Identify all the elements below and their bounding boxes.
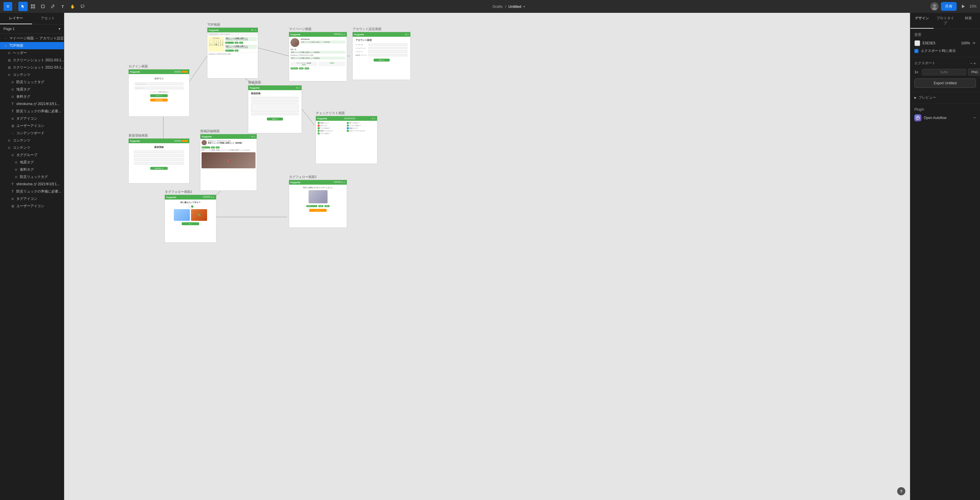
layer-item-text4[interactable]: T 防災リュックの準備に必要... <box>0 188 64 195</box>
page-selector[interactable]: Page 1 ▾ <box>0 24 64 33</box>
group-icon11: ⊟ <box>14 175 18 178</box>
layer-item-text1[interactable]: T shirokuma が 2021年3月1... <box>0 100 64 108</box>
image-icon2: 🖼 <box>7 66 11 69</box>
layer-item-content-board[interactable]: – コンテンツボード <box>0 129 64 137</box>
text-icon: T <box>62 4 64 9</box>
layer-item-user-icon[interactable]: 🖼 ユーザーアイコン <box>0 122 64 129</box>
topbar: ≡ <box>0 0 980 13</box>
frame-label-newreg: 新規登録画面 <box>129 133 148 138</box>
tf2-tag1: 防災リュック <box>306 205 317 207</box>
export-show-checkbox[interactable] <box>915 49 918 53</box>
image-icon: 🖼 <box>7 59 11 62</box>
autoflow-icon <box>916 116 920 120</box>
layer-item-contents[interactable]: ⊟ コンテンツ <box>0 71 64 78</box>
fill-opacity[interactable]: 100% <box>961 41 970 45</box>
tab-inspect[interactable]: 検索 <box>957 13 980 29</box>
layer-item-tag-icon2[interactable]: ⊞ タグアイコン <box>0 195 64 202</box>
tf2-tag2: 地震 <box>318 205 323 207</box>
layer-item-jishin-tag[interactable]: ⊟ 地震タグ <box>0 86 64 93</box>
layer-item-top[interactable]: ⊞ TOP画面 <box>0 42 64 49</box>
layer-item-jishin2[interactable]: ⊟ 地震タグ <box>0 159 64 166</box>
svg-rect-3 <box>33 7 35 8</box>
select-tool[interactable] <box>18 2 28 11</box>
layer-item-header[interactable]: ⊟ ヘッダー <box>0 49 64 57</box>
layer-item-food-tag[interactable]: ⊟ 食料タグ <box>0 93 64 100</box>
tab-design[interactable]: デザイン <box>910 13 934 29</box>
canvas[interactable]: TOP画面 Prepperlife ⊞ ↑ 人 テキストを入力 2021年9月 … <box>64 13 910 500</box>
menu-button[interactable]: ≡ <box>3 2 12 11</box>
eye-icon[interactable]: 👁 <box>972 41 976 45</box>
layer-label: コンテンツ <box>13 138 30 143</box>
layer-item-bousai-tag[interactable]: ⊟ 防災リュックタグ <box>0 78 64 86</box>
document-title[interactable]: Untitled <box>508 4 521 9</box>
help-button[interactable]: ? <box>897 487 905 495</box>
zoom-level[interactable]: 15% <box>969 4 977 8</box>
layer-item-flow[interactable]: → マイページ画面 → アカウント設定... <box>0 35 64 42</box>
export-scale[interactable]: 1x <box>915 70 920 74</box>
preview-section: ▶ プレビュー <box>910 91 980 104</box>
share-button[interactable]: 共有 <box>941 2 957 11</box>
export-format-select[interactable]: PNG JPG SVG PDF <box>968 68 980 76</box>
tag2: 地震 <box>234 42 239 44</box>
menu-icon: ≡ <box>6 4 9 9</box>
brand-checklist: Prepperlife <box>317 118 327 119</box>
export-suffix-input[interactable] <box>922 69 966 75</box>
layer-item-tag-icon[interactable]: ⊞ タグアイコン <box>0 115 64 122</box>
group-icon3: ⊟ <box>11 81 14 84</box>
frame-login[interactable]: ログイン画面 Prepperlife ログイン メールアドレス パスワード <box>128 69 189 117</box>
comment-tool[interactable] <box>78 2 87 11</box>
newreg-btn: 新規登録する <box>154 167 163 169</box>
frame-post-detail[interactable]: 投稿詳細画面 Prepperlife ⊞ 人 shirokuma が 2021年… <box>200 134 257 191</box>
fill-value[interactable]: E5E5E5 <box>923 41 959 45</box>
frame-tag-follow2[interactable]: タグフォロー画面2 Prepperlife ⊞ 人 対応に必要なタグをフォローし… <box>289 180 347 228</box>
frame-account[interactable]: アカウント設定画面 Prepperlife ⊞ 人 アカウント設定 ユーザー名 … <box>352 32 410 80</box>
layer-item-tag-group[interactable]: ⊟ タググループ <box>0 151 64 159</box>
checklist-pct2: 100% <box>319 62 345 64</box>
avatar[interactable] <box>931 2 939 11</box>
brand-tf2: Prepperlife <box>291 182 301 183</box>
frame-post[interactable]: 投稿画面 Prepperlife ⊞ 人 新規投稿 投稿する <box>248 85 302 133</box>
frame-tag-follow1[interactable]: タグフォロー画面1 Prepperlife ⊞ 人 何に備えたいですか？ <box>164 194 216 243</box>
top-footer: shirokuma が 2021年9月16日に投稿 <box>207 53 258 56</box>
frame-new-reg[interactable]: 新規登録画面 Prepperlife 新規登録 新規登録する <box>128 138 189 183</box>
layer-item-text2[interactable]: T 防災リュックの準備に必要... <box>0 108 64 115</box>
frame-top[interactable]: TOP画面 Prepperlife ⊞ ↑ 人 テキストを入力 2021年9月 … <box>207 27 258 78</box>
frame-checklist[interactable]: チェックリスト画面 Prepperlife ⊞ 人 ✓ 食料入った？ <box>316 116 377 164</box>
frame-mypage[interactable]: マイページ画面 Prepperlife ⊞ 人 shirokuma 防災リュック… <box>289 32 347 81</box>
tool-group: T ✋ <box>18 2 87 11</box>
export-plus-icon[interactable]: + <box>974 61 976 65</box>
plugin-minus-icon[interactable]: − <box>973 115 976 121</box>
color-swatch[interactable] <box>915 40 920 46</box>
check5: ランチ入れた？ <box>320 127 331 129</box>
text-tool[interactable]: T <box>58 2 67 11</box>
layer-item-food2[interactable]: ⊟ 食料タグ <box>0 166 64 173</box>
layer-item-contents2[interactable]: ⊟ コンテンツ <box>0 137 64 144</box>
layer-item-bousai2[interactable]: ⊟ 防災リュックタグ <box>0 173 64 181</box>
tab-prototype[interactable]: プロトタイプ <box>934 13 957 29</box>
pen-tool[interactable] <box>48 2 57 11</box>
layer-item-contents3[interactable]: ⊟ コンテンツ <box>0 144 64 151</box>
layer-item-user-icon2[interactable]: 🖼 ユーザーアイコン <box>0 202 64 210</box>
frame-tool[interactable] <box>28 2 38 11</box>
play-button[interactable] <box>959 2 967 11</box>
shape-tool[interactable] <box>38 2 48 11</box>
title-chevron[interactable]: ▾ <box>523 5 525 8</box>
tab-layers[interactable]: レイヤー <box>0 13 32 24</box>
tf1-btn: 次へ <box>189 223 192 225</box>
export-minus-icon[interactable]: − <box>970 61 972 65</box>
layer-item-screenshot2[interactable]: 🖼 スクリーンショット 2021-03-1... <box>0 64 64 71</box>
frame-label-checklist: チェックリスト画面 <box>316 111 345 115</box>
export-untitled-button[interactable]: Export Untitled <box>915 78 976 88</box>
check3: 水入った？ <box>320 125 328 126</box>
tab-assets[interactable]: アセット <box>32 13 64 24</box>
hand-tool[interactable]: ✋ <box>68 2 77 11</box>
layer-item-screenshot1[interactable]: 🖼 スクリーンショット 2021-03-1... <box>0 57 64 64</box>
remember-label: ログイン状態を保持する <box>153 91 169 93</box>
preview-header[interactable]: ▶ プレビュー <box>915 95 976 100</box>
layer-label: 防災リュックタグ <box>16 80 45 84</box>
tag-m3: 食料 <box>304 67 309 69</box>
layer-item-text3[interactable]: T shirokuma が 2021年3月1... <box>0 181 64 188</box>
svg-rect-1 <box>33 5 35 6</box>
frame-label-login: ログイン画面 <box>129 64 148 68</box>
comment-icon <box>81 4 84 8</box>
